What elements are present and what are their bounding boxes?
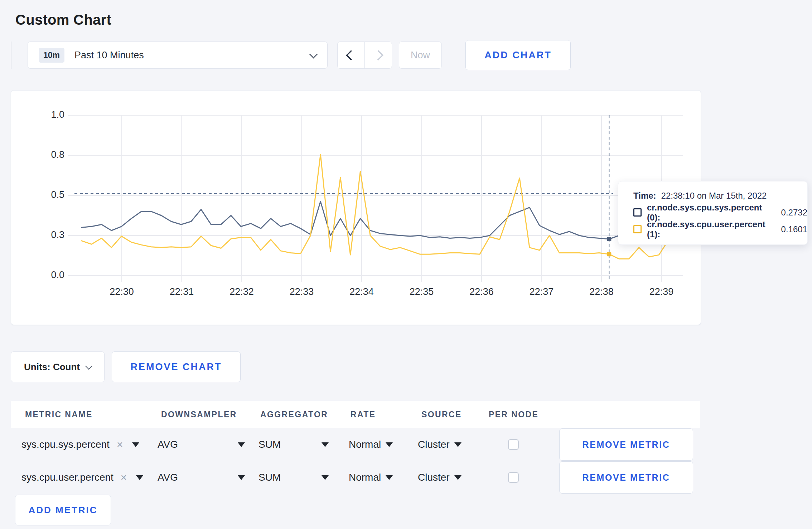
clear-metric-icon[interactable]: × (117, 438, 123, 451)
tooltip-series-row: cr.node.sys.cpu.sys.percent (0): 0.2732 (633, 204, 807, 221)
aggregator-select[interactable]: SUM (258, 461, 329, 494)
tooltip-series-label: cr.node.sys.cpu.user.percent (1): (647, 219, 776, 239)
x-axis-tick: 22:34 (335, 286, 388, 297)
chevron-left-icon (346, 50, 357, 60)
tooltip-series-value: 0.1601 (781, 224, 807, 234)
column-header: SOURCE (421, 401, 462, 428)
y-axis-tick: 0.5 (33, 189, 64, 200)
y-axis-tick: 0.3 (33, 229, 64, 241)
downsampler-select[interactable]: AVG (158, 428, 245, 461)
time-range-badge: 10m (39, 48, 64, 63)
aggregator-value: SUM (258, 439, 281, 450)
dropdown-caret-icon (322, 442, 329, 447)
x-axis-tick: 22:31 (155, 286, 209, 297)
column-header: DOWNSAMPLER (161, 401, 237, 428)
x-axis-tick: 22:35 (395, 286, 449, 297)
chevron-down-icon (85, 363, 92, 370)
x-axis-tick: 22:37 (515, 286, 569, 297)
metric-name-value: sys.cpu.sys.percent (21, 439, 110, 450)
units-select[interactable]: Units: Count (11, 351, 105, 382)
now-button[interactable]: Now (399, 42, 442, 69)
time-range-label: Past 10 Minutes (74, 50, 144, 61)
y-axis-tick: 0.8 (33, 149, 64, 160)
column-header: RATE (351, 401, 376, 428)
x-axis-tick: 22:38 (575, 286, 628, 297)
time-range-select[interactable]: 10m Past 10 Minutes (28, 42, 328, 69)
dropdown-caret-icon (132, 442, 139, 447)
time-nav-group (337, 42, 392, 69)
chart-tooltip: Time: 22:38:10 on Mar 15th, 2022 cr.node… (618, 181, 808, 245)
downsampler-select[interactable]: AVG (158, 461, 245, 494)
dropdown-caret-icon (322, 475, 329, 480)
toolbar-divider (11, 42, 11, 69)
downsampler-value: AVG (158, 472, 178, 483)
metric-row: sys.cpu.sys.percent × AVG SUM Normal Clu… (11, 428, 700, 461)
per-node-checkbox[interactable] (508, 472, 519, 483)
dropdown-caret-icon (454, 442, 461, 447)
dropdown-caret-icon (386, 442, 393, 447)
column-header: PER NODE (489, 401, 538, 428)
chevron-down-icon (309, 50, 318, 58)
rate-select[interactable]: Normal (349, 428, 393, 461)
dropdown-caret-icon (454, 475, 461, 480)
metric-name-select[interactable]: sys.cpu.sys.percent × (21, 428, 139, 461)
x-axis-tick: 22:36 (455, 286, 508, 297)
x-axis-tick: 22:32 (215, 286, 269, 297)
per-node-cell (508, 461, 519, 494)
time-back-button[interactable] (338, 42, 365, 68)
tooltip-series-row: cr.node.sys.cpu.user.percent (1): 0.1601 (633, 221, 807, 238)
metrics-table-body: sys.cpu.sys.percent × AVG SUM Normal Clu… (11, 428, 700, 495)
page-title: Custom Chart (15, 12, 111, 28)
remove-metric-button[interactable]: REMOVE METRIC (559, 428, 693, 461)
downsampler-value: AVG (158, 439, 178, 450)
time-forward-button[interactable] (365, 42, 392, 68)
dropdown-caret-icon (238, 442, 245, 447)
series-0-swatch-icon (633, 208, 642, 217)
add-chart-button[interactable]: ADD CHART (465, 40, 571, 70)
rate-select[interactable]: Normal (349, 461, 393, 494)
metric-row: sys.cpu.user.percent × AVG SUM Normal Cl… (11, 461, 700, 494)
source-value: Cluster (418, 472, 450, 483)
rate-value: Normal (349, 472, 381, 483)
aggregator-value: SUM (258, 472, 281, 483)
remove-metric-button[interactable]: REMOVE METRIC (559, 461, 693, 494)
aggregator-select[interactable]: SUM (258, 428, 329, 461)
y-axis-tick: 1.0 (33, 109, 64, 120)
source-select[interactable]: Cluster (418, 461, 461, 494)
clear-metric-icon[interactable]: × (121, 471, 127, 484)
remove-chart-button[interactable]: REMOVE CHART (112, 351, 241, 382)
add-metric-button[interactable]: ADD METRIC (15, 495, 111, 525)
rate-value: Normal (349, 439, 381, 450)
metric-name-select[interactable]: sys.cpu.user.percent × (21, 461, 143, 494)
x-axis-tick: 22:33 (275, 286, 329, 297)
source-select[interactable]: Cluster (418, 428, 461, 461)
tooltip-series-value: 0.2732 (781, 208, 807, 218)
series-1-swatch-icon (633, 225, 642, 233)
per-node-checkbox[interactable] (508, 439, 519, 450)
units-label: Units: Count (24, 361, 80, 373)
dropdown-caret-icon (386, 475, 393, 480)
metric-name-value: sys.cpu.user.percent (21, 472, 113, 483)
tooltip-time-label: Time: (633, 191, 656, 201)
y-axis-tick: 0.0 (33, 270, 64, 281)
chevron-right-icon (373, 50, 384, 60)
x-axis-tick: 22:39 (635, 286, 688, 297)
source-value: Cluster (418, 439, 450, 450)
x-axis-tick: 22:30 (95, 286, 149, 297)
tooltip-time-value: 22:38:10 on Mar 15th, 2022 (661, 191, 767, 201)
metrics-table-header: METRIC NAMEDOWNSAMPLERAGGREGATORRATESOUR… (11, 401, 700, 428)
tooltip-time-row: Time: 22:38:10 on Mar 15th, 2022 (633, 187, 807, 204)
column-header: AGGREGATOR (260, 401, 328, 428)
dropdown-caret-icon (238, 475, 245, 480)
dropdown-caret-icon (136, 475, 143, 480)
per-node-cell (508, 428, 519, 461)
column-header: METRIC NAME (25, 401, 93, 428)
